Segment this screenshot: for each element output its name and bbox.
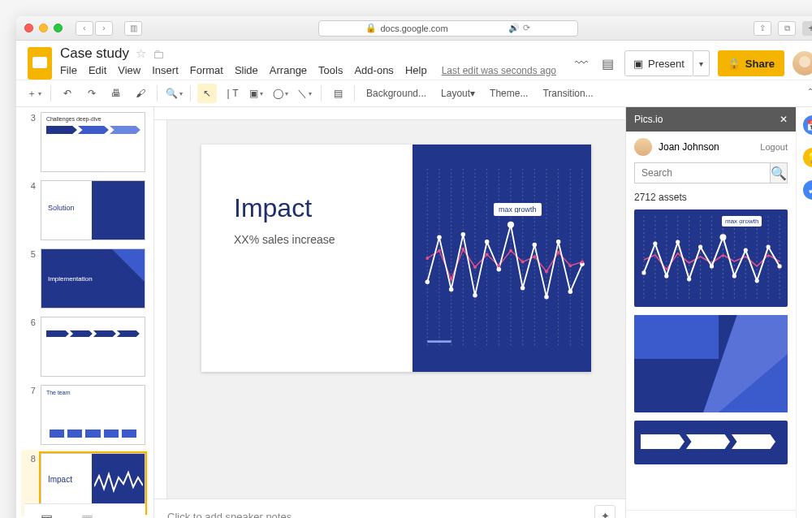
grid-view-icon[interactable]: ▦ bbox=[81, 512, 97, 519]
sidebar-toggle-icon[interactable]: ▥ bbox=[124, 21, 142, 36]
svg-point-18 bbox=[473, 293, 477, 298]
address-bar[interactable]: 🔒 docs.google.com 🔊 ⟳ bbox=[318, 20, 578, 37]
shape-tool[interactable]: ◯ bbox=[270, 84, 290, 103]
speaker-notes-placeholder: Click to add speaker notes bbox=[167, 511, 292, 518]
new-slide-button[interactable]: ＋ bbox=[24, 84, 44, 103]
maximize-window-icon[interactable] bbox=[54, 24, 63, 32]
svg-point-24 bbox=[544, 295, 549, 300]
svg-point-31 bbox=[461, 248, 464, 251]
svg-point-29 bbox=[438, 249, 441, 253]
undo-button[interactable]: ↶ bbox=[58, 84, 77, 103]
tasks-icon[interactable]: ✔ bbox=[803, 180, 813, 200]
present-button[interactable]: ▣ Present bbox=[624, 50, 693, 76]
zoom-button[interactable]: 🔍 bbox=[164, 84, 184, 103]
calendar-icon[interactable]: 📅 bbox=[803, 115, 813, 135]
tabs-icon[interactable]: ⧉ bbox=[778, 21, 796, 36]
slide-stage[interactable]: Impact XX% sales increase bbox=[167, 120, 625, 499]
share-button[interactable]: 🔒 Share bbox=[718, 50, 784, 76]
background-button[interactable]: Background... bbox=[361, 84, 431, 103]
present-dropdown[interactable]: ▾ bbox=[693, 50, 710, 76]
logout-link[interactable]: Logout bbox=[760, 142, 788, 152]
line-tool[interactable]: ＼ bbox=[295, 84, 314, 103]
collapse-toolbar-icon[interactable]: ˆ bbox=[801, 84, 812, 103]
filmstrip-view-icon[interactable]: ▤ bbox=[41, 512, 57, 519]
print-button[interactable]: 🖶 bbox=[106, 84, 126, 103]
slide-thumbnails[interactable]: 3 Challenges deep-dive 4 Solution 5 bbox=[16, 107, 154, 518]
menu-format[interactable]: Format bbox=[190, 64, 223, 76]
svg-point-17 bbox=[461, 232, 466, 237]
svg-point-38 bbox=[545, 270, 548, 273]
keep-icon[interactable]: 💡 bbox=[803, 148, 813, 167]
asset-item[interactable] bbox=[634, 315, 788, 412]
image-tool[interactable]: ▣ bbox=[246, 84, 266, 103]
user-avatar[interactable] bbox=[634, 138, 652, 156]
redo-button[interactable]: ↷ bbox=[82, 84, 102, 103]
menu-tools[interactable]: Tools bbox=[318, 64, 343, 76]
forward-button[interactable]: › bbox=[95, 21, 113, 36]
account-avatar[interactable] bbox=[793, 51, 812, 76]
minimize-window-icon[interactable] bbox=[39, 24, 48, 32]
svg-point-26 bbox=[568, 290, 573, 295]
picsio-title: Pics.io bbox=[634, 114, 663, 125]
slide-chart[interactable]: max growth bbox=[412, 145, 591, 372]
search-input[interactable] bbox=[634, 162, 770, 183]
main-area: 3 Challenges deep-dive 4 Solution 5 bbox=[16, 107, 812, 518]
svg-point-57 bbox=[653, 242, 657, 246]
svg-point-64 bbox=[732, 274, 736, 278]
user-name: Joan Johnson bbox=[659, 141, 719, 153]
comments-icon[interactable]: ▤ bbox=[598, 54, 616, 72]
svg-point-40 bbox=[568, 264, 572, 267]
svg-point-32 bbox=[473, 265, 477, 269]
thumb-slide-6[interactable] bbox=[41, 317, 145, 377]
explore-button[interactable]: ✦ bbox=[594, 505, 615, 518]
thumb-slide-7[interactable]: The team bbox=[41, 385, 145, 445]
asset-list[interactable]: max growth bbox=[626, 209, 796, 510]
folder-icon[interactable]: 🗀 bbox=[153, 47, 165, 61]
svg-point-16 bbox=[449, 287, 454, 292]
layout-button[interactable]: Layout ▾ bbox=[436, 84, 480, 103]
asset-item[interactable]: max growth bbox=[634, 209, 788, 307]
theme-button[interactable]: Theme... bbox=[485, 84, 533, 103]
last-edit-link[interactable]: Last edit was seconds ago bbox=[442, 65, 556, 76]
chart-annotation[interactable]: max growth bbox=[494, 203, 542, 216]
share-icon[interactable]: ⇪ bbox=[754, 21, 771, 36]
nav-buttons: ‹ › bbox=[76, 21, 113, 36]
back-button[interactable]: ‹ bbox=[76, 21, 93, 36]
audio-icon[interactable]: 🔊 bbox=[508, 23, 520, 33]
thumb-slide-3[interactable]: Challenges deep-dive bbox=[41, 112, 145, 172]
menu-insert[interactable]: Insert bbox=[152, 64, 179, 76]
close-icon[interactable]: ✕ bbox=[780, 114, 788, 125]
doc-title[interactable]: Case study bbox=[60, 45, 129, 62]
speaker-notes[interactable]: Click to add speaker notes ✦ bbox=[154, 499, 625, 518]
select-tool[interactable]: ↖ bbox=[197, 84, 217, 103]
thumb-slide-4[interactable]: Solution bbox=[41, 180, 145, 240]
search-button[interactable]: 🔍 bbox=[770, 162, 788, 183]
close-window-icon[interactable] bbox=[24, 24, 33, 32]
asset-item[interactable] bbox=[634, 421, 788, 464]
slides-logo-icon[interactable] bbox=[28, 47, 52, 80]
transition-button[interactable]: Transition... bbox=[538, 84, 598, 103]
search-icon: 🔍 bbox=[771, 166, 787, 181]
current-slide[interactable]: Impact XX% sales increase bbox=[201, 145, 591, 372]
thumb-slide-5[interactable]: Implementation bbox=[41, 248, 145, 309]
paint-format-button[interactable]: 🖌 bbox=[131, 84, 150, 103]
slide-subtitle[interactable]: XX% sales increase bbox=[234, 233, 412, 246]
reload-icon[interactable]: ⟳ bbox=[523, 23, 530, 33]
textbox-tool[interactable]: ❘T bbox=[222, 84, 241, 103]
svg-point-20 bbox=[497, 267, 502, 272]
slide-title[interactable]: Impact bbox=[234, 193, 412, 223]
thumb-num: 5 bbox=[24, 248, 36, 259]
menu-file[interactable]: File bbox=[60, 64, 77, 76]
star-icon[interactable]: ☆ bbox=[136, 46, 146, 61]
new-tab-button[interactable]: + bbox=[802, 21, 812, 36]
menu-arrange[interactable]: Arrange bbox=[270, 64, 307, 76]
svg-point-19 bbox=[485, 240, 490, 244]
menu-addons[interactable]: Add-ons bbox=[354, 64, 393, 76]
menu-edit[interactable]: Edit bbox=[89, 64, 106, 76]
menu-view[interactable]: View bbox=[118, 64, 140, 76]
comment-tool[interactable]: ▤ bbox=[328, 84, 348, 103]
menu-slide[interactable]: Slide bbox=[235, 64, 258, 76]
activity-icon[interactable]: 〰 bbox=[572, 54, 590, 72]
menu-help[interactable]: Help bbox=[405, 64, 427, 76]
svg-point-23 bbox=[533, 243, 538, 248]
